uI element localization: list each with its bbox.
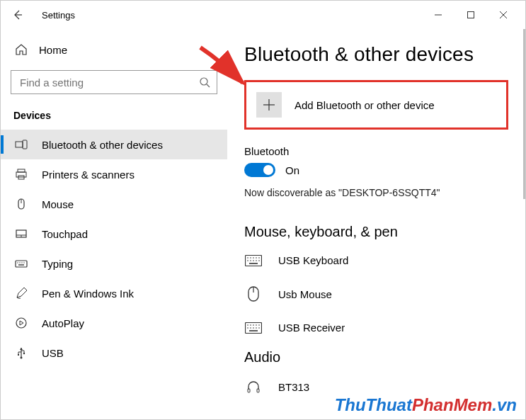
svg-point-45 <box>250 324 251 326</box>
svg-rect-25 <box>18 354 19 356</box>
device-name: Usb Mouse <box>278 288 332 300</box>
sidebar-item-usb[interactable]: USB <box>1 338 227 368</box>
svg-point-30 <box>247 257 248 259</box>
keyboard-device-icon <box>244 322 263 334</box>
svg-point-17 <box>17 262 18 263</box>
svg-rect-8 <box>18 169 25 172</box>
svg-point-44 <box>247 324 248 326</box>
mouse-icon <box>15 198 28 210</box>
sidebar-item-label: Mouse <box>42 198 74 210</box>
sidebar-item-typing[interactable]: Typing <box>1 249 227 278</box>
sidebar-item-label: AutoPlay <box>42 317 84 329</box>
svg-line-5 <box>207 84 210 87</box>
pen-icon <box>15 287 28 300</box>
svg-point-36 <box>250 260 251 261</box>
svg-rect-6 <box>16 142 23 147</box>
device-name: USB Keyboard <box>278 254 348 266</box>
svg-point-35 <box>247 260 248 261</box>
device-row[interactable]: USB Keyboard <box>244 250 508 282</box>
plus-icon <box>256 92 282 118</box>
close-button[interactable] <box>487 4 520 26</box>
touchpad-icon <box>15 227 28 240</box>
sidebar-item-autoplay[interactable]: AutoPlay <box>1 308 227 338</box>
page-title: Bluetooth & other devices <box>244 43 508 66</box>
sidebar-item-touchpad[interactable]: Touchpad <box>1 219 227 249</box>
back-button[interactable] <box>6 4 29 26</box>
svg-point-53 <box>258 327 260 329</box>
keyboard-device-icon <box>244 255 263 266</box>
sidebar-item-label: USB <box>42 347 64 359</box>
sidebar-item-bluetooth-devices[interactable]: Bluetooth & other devices <box>1 130 227 159</box>
device-name: USB Receiver <box>278 322 345 334</box>
sidebar-item-label: Pen & Windows Ink <box>42 288 134 300</box>
scroll-thumb[interactable] <box>523 29 525 199</box>
mouse-device-icon <box>244 286 263 302</box>
sidebar-section-title: Devices <box>1 106 227 130</box>
svg-point-26 <box>23 353 25 354</box>
device-name: BT313 <box>278 381 309 393</box>
svg-point-33 <box>256 257 257 259</box>
sidebar-item-pen[interactable]: Pen & Windows Ink <box>1 278 227 308</box>
minimize-button[interactable] <box>422 4 454 26</box>
sidebar-item-label: Touchpad <box>42 228 88 240</box>
svg-point-39 <box>258 260 260 261</box>
scrollbar[interactable] <box>521 29 525 419</box>
svg-point-22 <box>16 318 26 328</box>
search-icon <box>199 76 210 88</box>
svg-point-37 <box>253 260 254 261</box>
bluetooth-toggle[interactable] <box>244 163 275 177</box>
sidebar-item-label: Typing <box>42 258 73 270</box>
printer-icon <box>15 168 28 181</box>
svg-point-18 <box>19 262 20 263</box>
svg-point-46 <box>253 324 254 326</box>
svg-point-38 <box>256 260 257 261</box>
discoverable-text: Now discoverable as "DESKTOP-6SSQTT4" <box>244 187 508 198</box>
sidebar-item-label: Bluetooth & other devices <box>42 139 163 151</box>
svg-point-24 <box>21 357 23 359</box>
search-input[interactable] <box>11 70 217 94</box>
autoplay-icon <box>15 317 28 329</box>
add-device-button[interactable]: Add Bluetooth or other device <box>244 80 508 130</box>
svg-point-31 <box>250 257 251 259</box>
svg-point-49 <box>247 327 248 329</box>
window-title: Settings <box>42 10 75 21</box>
section-title-audio: Audio <box>244 349 508 365</box>
toggle-state: On <box>285 164 299 176</box>
home-nav[interactable]: Home <box>1 38 227 62</box>
svg-point-51 <box>253 327 254 329</box>
watermark: ThuThuatPhanMem.vn <box>335 395 517 415</box>
usb-icon <box>15 346 28 359</box>
svg-rect-7 <box>23 140 27 149</box>
bluetooth-devices-icon <box>15 138 28 151</box>
svg-point-48 <box>258 324 260 326</box>
section-title-mkp: Mouse, keyboard, & pen <box>244 224 508 240</box>
keyboard-icon <box>15 257 28 270</box>
main-content: Bluetooth & other devices Add Bluetooth … <box>227 29 525 419</box>
sidebar-item-label: Printers & scanners <box>42 169 135 181</box>
device-row[interactable]: USB Receiver <box>244 317 508 349</box>
sidebar: Home Devices Bluetooth & other devices P… <box>1 29 227 419</box>
add-device-label: Add Bluetooth or other device <box>295 99 435 111</box>
svg-point-47 <box>256 324 257 326</box>
sidebar-item-mouse[interactable]: Mouse <box>1 189 227 219</box>
svg-point-50 <box>250 327 251 329</box>
svg-point-34 <box>258 257 260 259</box>
sidebar-item-printers[interactable]: Printers & scanners <box>1 159 227 189</box>
svg-point-4 <box>200 78 207 85</box>
home-icon <box>15 43 28 56</box>
svg-point-19 <box>21 262 22 263</box>
svg-point-52 <box>256 327 257 329</box>
svg-rect-16 <box>16 261 27 267</box>
bluetooth-label: Bluetooth <box>244 145 508 157</box>
svg-rect-1 <box>468 12 474 18</box>
svg-point-20 <box>23 262 24 263</box>
svg-rect-9 <box>16 172 26 177</box>
device-row[interactable]: Usb Mouse <box>244 282 508 317</box>
svg-point-32 <box>253 257 254 259</box>
home-label: Home <box>39 44 67 56</box>
headphone-icon <box>244 380 263 394</box>
maximize-button[interactable] <box>454 4 487 26</box>
